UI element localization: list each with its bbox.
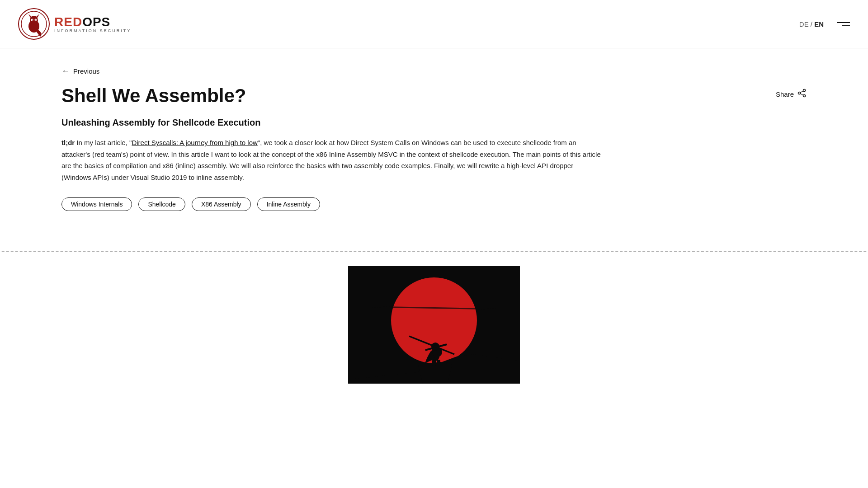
hamburger-menu[interactable]: [837, 22, 850, 26]
tag-x86-assembly[interactable]: X86 Assembly: [192, 197, 251, 211]
site-header: REDOPS INFORMATION SECURITY DE / EN: [0, 0, 868, 48]
lang-de[interactable]: DE: [799, 20, 809, 28]
logo-text: REDOPS INFORMATION SECURITY: [54, 15, 131, 33]
svg-line-13: [800, 94, 803, 95]
hamburger-line-1: [837, 22, 850, 23]
article-body: tl;dr In my last article, "Direct Syscal…: [61, 137, 604, 183]
article-header-row: Shell We Assemble? Share: [61, 85, 807, 107]
logo-circle: [18, 8, 50, 40]
tags-container: Windows Internals Shellcode X86 Assembly…: [61, 197, 807, 211]
svg-line-12: [800, 91, 803, 93]
logo-brand: REDOPS: [54, 15, 131, 29]
lang-en[interactable]: EN: [814, 20, 824, 28]
section-divider: [0, 251, 868, 252]
share-icon: [797, 89, 807, 100]
article-subtitle: Unleashing Assembly for Shellcode Execut…: [61, 117, 807, 128]
hero-image-section: [0, 266, 868, 384]
language-switcher[interactable]: DE / EN: [799, 20, 824, 28]
share-button[interactable]: Share: [776, 85, 807, 100]
article-title: Shell We Assemble?: [61, 85, 246, 107]
hero-image: [348, 266, 520, 384]
tag-shellcode[interactable]: Shellcode: [138, 197, 185, 211]
tag-windows-internals[interactable]: Windows Internals: [61, 197, 132, 211]
previous-label: Previous: [73, 67, 99, 75]
svg-rect-21: [437, 360, 440, 366]
back-arrow-icon: ←: [61, 66, 70, 76]
svg-point-11: [798, 92, 801, 94]
hero-illustration: [348, 266, 520, 384]
svg-point-8: [35, 19, 36, 20]
hamburger-line-2: [842, 25, 850, 26]
previous-link[interactable]: ← Previous: [61, 66, 807, 76]
logo-dragon-icon: [20, 10, 47, 38]
main-content: ← Previous Shell We Assemble? Share Unle…: [0, 48, 868, 251]
tldr-label: tl;dr: [61, 139, 75, 146]
header-right: DE / EN: [799, 20, 850, 28]
article-link[interactable]: Direct Syscalls: A journey from high to …: [132, 139, 257, 146]
logo-area[interactable]: REDOPS INFORMATION SECURITY: [18, 8, 131, 40]
share-label: Share: [776, 90, 794, 98]
svg-point-10: [803, 95, 806, 97]
tag-inline-assembly[interactable]: Inline Assembly: [257, 197, 320, 211]
svg-point-7: [32, 19, 33, 20]
logo-subtitle: INFORMATION SECURITY: [54, 28, 131, 33]
article-body-text: In my last article, "Direct Syscalls: A …: [61, 139, 601, 181]
svg-rect-20: [432, 360, 436, 366]
svg-point-9: [803, 89, 806, 92]
